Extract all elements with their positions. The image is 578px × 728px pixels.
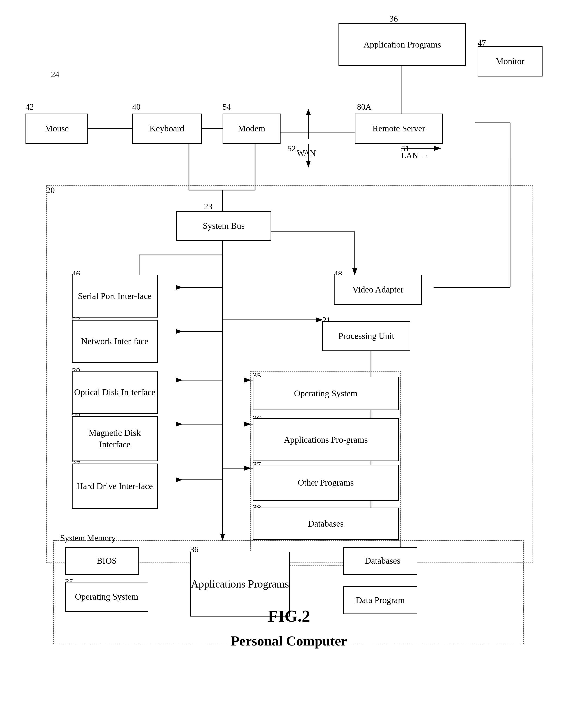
- label-36-top: 36: [389, 14, 398, 24]
- label-40: 40: [132, 102, 141, 112]
- box-bios: BIOS: [65, 547, 139, 575]
- box-databases-mem: Databases: [343, 547, 417, 575]
- box-hard-drive: Hard Drive Inter-face: [72, 464, 158, 509]
- box-magnetic-disk: Magnetic Disk Interface: [72, 416, 158, 461]
- box-processing-unit: Processing Unit: [322, 321, 410, 351]
- label-42: 42: [25, 102, 34, 112]
- fig-label: FIG.2: [0, 606, 578, 626]
- label-20: 20: [46, 185, 55, 195]
- box-modem: Modem: [223, 113, 280, 144]
- box-video-adapter: Video Adapter: [334, 275, 422, 305]
- fig-sublabel: Personal Computer: [0, 633, 578, 649]
- label-80a: 80A: [357, 102, 371, 112]
- box-applications-programs-storage: Applications Pro-grams: [253, 418, 399, 461]
- box-remote-server: Remote Server: [355, 113, 443, 144]
- box-application-programs-top: Application Programs: [338, 23, 466, 66]
- box-mouse: Mouse: [25, 113, 88, 144]
- svg-marker-37: [306, 109, 311, 115]
- box-network-interface: Network Inter-face: [72, 320, 158, 363]
- box-operating-system-storage: Operating System: [253, 376, 399, 410]
- box-other-programs: Other Programs: [253, 465, 399, 501]
- label-54: 54: [223, 102, 231, 112]
- label-23: 23: [204, 202, 212, 211]
- label-lan: LAN →: [401, 151, 429, 160]
- box-system-bus: System Bus: [176, 211, 271, 241]
- label-52: 52: [287, 144, 296, 153]
- top-lines: [0, 0, 578, 209]
- box-optical-disk: Optical Disk In-terface: [72, 371, 158, 414]
- label-wan: WAN: [297, 148, 316, 158]
- box-databases-storage: Databases: [253, 508, 399, 540]
- box-keyboard: Keyboard: [132, 113, 202, 144]
- box-serial-port: Serial Port Inter-face: [72, 275, 158, 317]
- label-24: 24: [51, 70, 59, 79]
- box-monitor: Monitor: [478, 46, 543, 77]
- diagram-container: 36 Application Programs 47 Monitor 24 42…: [0, 0, 578, 672]
